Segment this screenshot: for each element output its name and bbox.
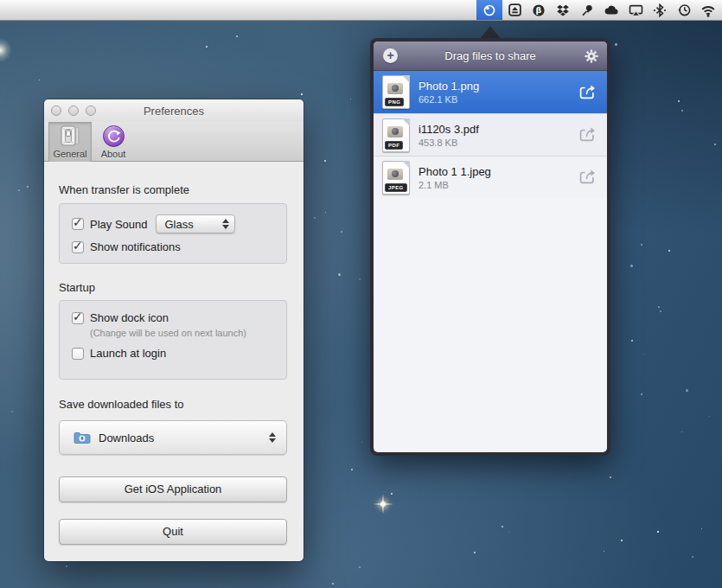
stepper-arrows-icon — [269, 432, 275, 443]
star — [18, 189, 20, 191]
save-folder-select[interactable]: Downloads — [59, 420, 287, 455]
file-texts: Photo 1 1.jpeg 2.1 MB — [419, 164, 578, 191]
wifi-icon[interactable] — [696, 0, 720, 20]
title-bar[interactable]: Preferences — [44, 99, 303, 122]
airplay-icon[interactable] — [623, 0, 648, 20]
star — [610, 476, 611, 478]
svg-text:β: β — [536, 5, 542, 15]
star — [701, 528, 702, 529]
star — [325, 212, 326, 213]
time-machine-icon[interactable] — [672, 0, 696, 20]
show-dock-icon-label: Show dock icon — [90, 311, 169, 324]
gear-icon[interactable] — [585, 49, 598, 63]
beta-icon[interactable]: β — [527, 0, 551, 20]
star — [615, 43, 617, 46]
sound-select-value: Glass — [157, 218, 194, 231]
star — [621, 540, 623, 541]
tab-general-label: General — [53, 149, 86, 159]
share-icon[interactable] — [578, 84, 597, 101]
file-size: 662.1 KB — [419, 93, 578, 105]
file-texts: i1120s 3.pdf 453.8 KB — [419, 122, 578, 149]
star — [678, 100, 680, 102]
share-icon[interactable] — [578, 126, 597, 144]
popover-title: Drag files to share — [444, 49, 536, 62]
file-thumbnail — [387, 126, 403, 137]
star — [350, 99, 351, 99]
star — [206, 46, 208, 48]
file-type-badge: JPEG — [385, 183, 407, 192]
tab-general[interactable]: General — [48, 122, 92, 162]
star — [668, 250, 670, 252]
file-size: 453.8 KB — [419, 137, 578, 149]
star — [11, 411, 13, 412]
star — [314, 217, 316, 219]
star — [27, 186, 29, 188]
file-row-i1120s-pdf[interactable]: PDF i1120s 3.pdf 453.8 KB — [374, 113, 607, 156]
star — [324, 160, 326, 162]
bright-star-glow — [0, 38, 12, 62]
share-icon[interactable] — [578, 169, 597, 186]
save-folder-value: Downloads — [99, 431, 154, 444]
star — [66, 566, 67, 567]
star — [641, 393, 642, 395]
app-status-icon[interactable] — [476, 0, 502, 20]
dropbox-icon[interactable] — [551, 0, 575, 20]
menu-bar: β — [0, 0, 722, 21]
tab-about[interactable]: About — [92, 122, 135, 162]
star — [657, 531, 659, 533]
star — [236, 35, 238, 37]
star — [508, 532, 509, 533]
file-texts: Photo 1.png 662.1 KB — [419, 79, 578, 105]
file-type-badge: PDF — [385, 141, 403, 150]
star — [359, 566, 361, 568]
general-switch-icon — [61, 125, 80, 147]
bluetooth-icon[interactable] — [648, 0, 672, 20]
star — [301, 93, 303, 95]
star — [332, 583, 334, 585]
transfer-section-heading: When transfer is complete — [59, 183, 189, 196]
about-icon — [103, 125, 125, 147]
star — [709, 416, 710, 417]
star — [351, 469, 353, 470]
file-size: 2.1 MB — [419, 179, 578, 191]
tab-about-label: About — [101, 149, 126, 159]
star — [660, 310, 661, 312]
star — [604, 551, 604, 552]
file-thumbnail — [387, 169, 403, 180]
popover-arrow — [480, 26, 501, 39]
pin-icon[interactable] — [575, 0, 599, 20]
popover-header: + Drag files to share — [374, 42, 607, 71]
add-file-button[interactable]: + — [383, 48, 398, 63]
play-sound-checkbox[interactable] — [72, 218, 84, 230]
preferences-toolbar: General About — [44, 122, 303, 162]
star — [341, 231, 342, 233]
window-title: Preferences — [44, 105, 303, 118]
file-type-badge: PNG — [385, 98, 404, 106]
star — [474, 552, 476, 553]
png-file-icon: PNG — [382, 75, 410, 109]
star — [641, 244, 642, 246]
startup-group-box: Show dock icon (Change will be used on n… — [59, 300, 287, 380]
file-row-photo-1-png[interactable]: PNG Photo 1.png 662.1 KB — [374, 71, 607, 113]
star — [681, 431, 682, 432]
quit-button[interactable]: Quit — [59, 519, 287, 545]
get-ios-application-button[interactable]: Get iOS Application — [59, 476, 287, 502]
jpeg-file-icon: JPEG — [382, 161, 410, 195]
star — [692, 556, 693, 558]
sound-select[interactable]: Glass — [156, 214, 235, 233]
show-notifications-label: Show notifications — [90, 240, 181, 253]
eject-box-icon[interactable] — [502, 0, 527, 20]
show-dock-icon-checkbox[interactable] — [72, 312, 84, 324]
file-name: i1120s 3.pdf — [419, 122, 578, 137]
star — [502, 526, 503, 527]
file-list: PNG Photo 1.png 662.1 KB PDF i1120s 3.pd… — [374, 71, 607, 452]
star — [391, 493, 393, 495]
file-name: Photo 1.png — [419, 79, 578, 93]
cloud-icon[interactable] — [599, 0, 623, 20]
file-row-photo-1-1-jpeg[interactable]: JPEG Photo 1 1.jpeg 2.1 MB — [374, 156, 607, 198]
star — [39, 80, 40, 80]
star — [714, 144, 716, 145]
dock-change-note: (Change will be used on next launch) — [90, 328, 274, 338]
show-notifications-checkbox[interactable] — [72, 241, 84, 253]
launch-at-login-checkbox[interactable] — [72, 348, 84, 360]
